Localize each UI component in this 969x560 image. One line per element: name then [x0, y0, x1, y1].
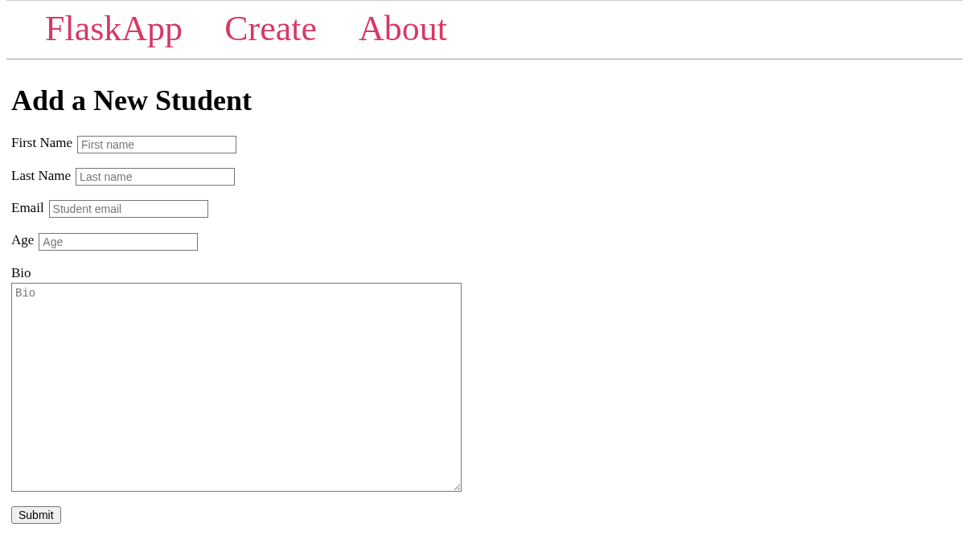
first-name-row: First Name: [11, 135, 958, 153]
nav-brand-link[interactable]: FlaskApp: [45, 1, 183, 57]
submit-row: Submit: [11, 506, 958, 524]
last-name-input[interactable]: [76, 168, 235, 186]
add-student-form: First Name Last Name Email Age Bio Submi…: [11, 135, 958, 523]
age-input[interactable]: [39, 233, 198, 251]
first-name-label: First Name: [11, 135, 72, 150]
first-name-input[interactable]: [77, 136, 236, 153]
bio-row: Bio: [11, 265, 958, 492]
main-content: Add a New Student First Name Last Name E…: [0, 84, 969, 523]
bio-label: Bio: [11, 265, 31, 280]
bio-textarea[interactable]: [11, 283, 462, 492]
email-input[interactable]: [49, 200, 208, 218]
email-label: Email: [11, 200, 44, 215]
submit-button[interactable]: Submit: [11, 506, 61, 524]
nav-about-link[interactable]: About: [359, 1, 447, 57]
page-title: Add a New Student: [11, 84, 958, 117]
last-name-row: Last Name: [11, 168, 958, 186]
top-nav: FlaskApp Create About: [6, 0, 963, 59]
nav-create-link[interactable]: Create: [224, 1, 317, 57]
last-name-label: Last Name: [11, 168, 71, 183]
email-row: Email: [11, 200, 958, 218]
age-label: Age: [11, 232, 34, 247]
age-row: Age: [11, 232, 958, 250]
